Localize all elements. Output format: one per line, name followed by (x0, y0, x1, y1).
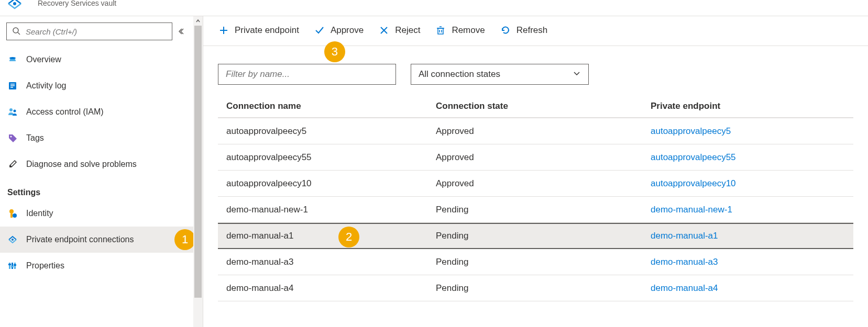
svg-rect-5 (10, 84, 15, 85)
private-endpoint-button[interactable]: Private endpoint (218, 25, 299, 36)
svg-rect-16 (9, 263, 10, 269)
sidebar-item-label: Overview (26, 55, 61, 64)
sidebar-item-label: Identity (26, 209, 53, 218)
cell-connection-name: demo-manual-new-1 (218, 205, 427, 215)
sidebar-item-label: Private endpoint connections (26, 235, 134, 244)
private-endpoint-link[interactable]: demo-manual-a3 (651, 257, 718, 267)
cell-private-endpoint: autoapprovalpeecy5 (642, 126, 853, 137)
diagnose-icon (7, 159, 18, 170)
approve-button[interactable]: Approve 3 (314, 25, 364, 36)
cell-connection-state: Approved (427, 152, 642, 163)
private-endpoint-link[interactable]: autoapprovalpeecy5 (651, 126, 731, 136)
cell-private-endpoint: autoapprovalpeecy10 (642, 178, 853, 189)
table-row[interactable]: autoapprovalpeecy5Approvedautoapprovalpe… (218, 118, 853, 144)
connection-state-select[interactable]: All connection states (411, 64, 589, 85)
table-row[interactable]: autoapprovalpeecy10Approvedautoapprovalp… (218, 171, 853, 197)
sidebar-item-label: Activity log (26, 81, 66, 91)
search-icon (12, 27, 20, 37)
callout-2: 2 (338, 227, 359, 247)
cell-private-endpoint: demo-manual-new-1 (642, 205, 853, 215)
page-subtitle: Recovery Services vault (38, 0, 116, 7)
cell-connection-state: Pending (427, 205, 642, 215)
tags-icon (7, 133, 18, 143)
col-connection-name[interactable]: Connection name (218, 101, 427, 111)
identity-icon (7, 208, 18, 219)
private-endpoint-icon (7, 234, 18, 245)
sidebar-item-identity[interactable]: Identity (0, 200, 193, 227)
svg-rect-13 (10, 213, 13, 218)
svg-point-11 (9, 165, 12, 167)
col-connection-state[interactable]: Connection state (427, 101, 642, 111)
table-row[interactable]: demo-manual-a4Pendingdemo-manual-a4 (218, 275, 853, 301)
refresh-button[interactable]: Refresh (500, 25, 548, 36)
cell-connection-name: autoapprovalpeecy10 (218, 178, 427, 189)
sidebar-group-settings: Settings (0, 177, 193, 200)
chevron-down-icon (573, 69, 581, 80)
svg-rect-20 (11, 266, 14, 267)
collapse-sidebar-button[interactable] (177, 26, 188, 37)
reject-button[interactable]: Reject (378, 25, 420, 36)
col-private-endpoint[interactable]: Private endpoint (642, 101, 853, 111)
properties-icon (7, 261, 18, 271)
svg-point-9 (14, 110, 16, 112)
main-content: Private endpoint Approve 3 Reject Remove… (203, 16, 868, 327)
cell-private-endpoint: autoapprovalpeecy55 (642, 152, 853, 163)
cell-connection-state: Approved (427, 126, 642, 137)
sidebar-item-label: Tags (26, 133, 44, 143)
private-endpoint-link[interactable]: demo-manual-new-1 (651, 205, 732, 215)
activity-log-icon (7, 81, 18, 91)
cell-connection-state: Approved (427, 178, 642, 189)
cell-connection-state: Pending (427, 283, 642, 294)
sidebar-item-label: Properties (26, 261, 64, 270)
cell-private-endpoint: demo-manual-a1 (642, 231, 853, 241)
svg-point-14 (13, 213, 17, 218)
private-endpoint-link[interactable]: demo-manual-a4 (651, 283, 718, 293)
table-row[interactable]: demo-manual-new-1Pendingdemo-manual-new-… (218, 197, 853, 223)
callout-1: 1 (174, 229, 193, 250)
plus-icon (218, 25, 229, 36)
cell-private-endpoint: demo-manual-a3 (642, 257, 853, 267)
svg-point-0 (13, 2, 16, 5)
private-endpoint-link[interactable]: autoapprovalpeecy55 (651, 152, 736, 162)
check-icon (314, 25, 325, 36)
private-endpoint-link[interactable]: autoapprovalpeecy10 (651, 178, 736, 188)
connections-table: Connection name Connection state Private… (203, 95, 868, 301)
cell-connection-name: autoapprovalpeecy5 (218, 126, 427, 137)
cell-connection-name: autoapprovalpeecy55 (218, 152, 427, 163)
sidebar-search[interactable] (6, 22, 172, 40)
scroll-thumb[interactable] (194, 26, 202, 298)
svg-rect-19 (8, 264, 11, 265)
scroll-up-icon[interactable] (193, 16, 203, 26)
filter-by-name-input[interactable] (218, 64, 396, 85)
cell-connection-name: demo-manual-a3 (218, 257, 427, 267)
table-header-row: Connection name Connection state Private… (218, 95, 853, 118)
sidebar-item-label: Access control (IAM) (26, 107, 104, 117)
table-row[interactable]: demo-manual-a3Pendingdemo-manual-a3 (218, 249, 853, 275)
sidebar-item-access-control[interactable]: Access control (IAM) (0, 99, 193, 125)
sidebar-item-overview[interactable]: Overview (0, 47, 193, 73)
sidebar-item-private-endpoint-connections[interactable]: Private endpoint connections 1 (0, 227, 193, 253)
table-row[interactable]: autoapprovalpeecy55Approvedautoapprovalp… (218, 144, 853, 171)
sidebar-search-input[interactable] (26, 27, 167, 36)
cell-connection-name: demo-manual-a12 (218, 231, 427, 241)
svg-point-15 (12, 239, 14, 241)
sidebar-item-diagnose[interactable]: Diagnose and solve problems (0, 151, 193, 177)
remove-button[interactable]: Remove (435, 25, 485, 36)
svg-point-3 (9, 57, 16, 59)
svg-point-8 (9, 108, 13, 111)
sidebar: Overview Activity log Access control (IA… (0, 16, 203, 327)
sidebar-item-properties[interactable]: Properties (0, 253, 193, 279)
svg-rect-21 (14, 264, 16, 266)
x-icon (378, 25, 390, 36)
callout-3: 3 (324, 41, 345, 62)
cell-private-endpoint: demo-manual-a4 (642, 283, 853, 294)
svg-line-2 (18, 32, 20, 35)
sidebar-item-tags[interactable]: Tags (0, 125, 193, 151)
toolbar: Private endpoint Approve 3 Reject Remove… (203, 16, 868, 46)
table-row[interactable]: demo-manual-a12Pendingdemo-manual-a1 (218, 223, 853, 249)
vault-icon (5, 0, 27, 13)
cell-connection-state: Pending (427, 231, 642, 241)
private-endpoint-link[interactable]: demo-manual-a1 (651, 231, 718, 241)
sidebar-item-activity-log[interactable]: Activity log (0, 73, 193, 99)
sidebar-scrollbar[interactable] (193, 16, 203, 327)
